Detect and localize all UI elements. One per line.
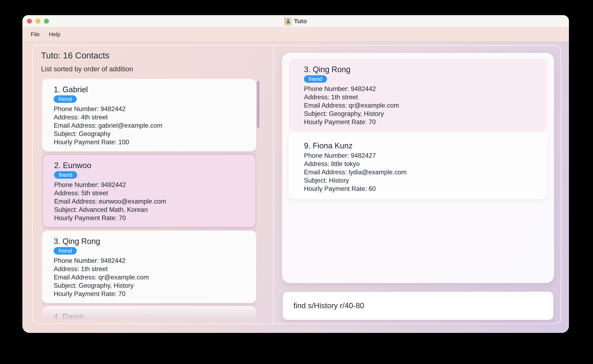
contact-email: Email Address: qr@example.com [54, 273, 244, 281]
contact-card-eunwoo[interactable]: 2. Eunwoo friend Phone Number: 9482442 A… [42, 154, 256, 228]
contact-name: 3. Qing Rong [54, 237, 244, 246]
contact-address: Address: 1th street [54, 265, 244, 273]
tag-friend: friend [54, 247, 77, 254]
result-card-qing-rong[interactable]: 3. Qing Rong friend Phone Number: 948244… [289, 59, 547, 131]
contact-name: 9. Fiona Kunz [304, 141, 532, 150]
contact-address: Address: 4th street [54, 113, 244, 122]
tag-friend: friend [54, 95, 77, 103]
contact-subject: Subject: History [304, 176, 532, 185]
contact-name: 1. Gabriel [54, 85, 244, 94]
contact-list: 1. Gabriel friend Phone Number: 9482442 … [42, 79, 256, 319]
result-panel: 3. Qing Rong friend Phone Number: 948244… [282, 53, 554, 283]
contact-card-qing-rong[interactable]: 3. Qing Rong friend Phone Number: 948244… [42, 230, 256, 303]
contact-phone: Phone Number: 9482442 [304, 85, 532, 93]
contact-subject: Subject: Geography, History [304, 110, 532, 118]
window-title-group: Tuto [22, 15, 569, 27]
contact-rate: Hourly Payment Rate: 70 [304, 118, 532, 126]
contact-rate: Hourly Payment Rate: 70 [54, 290, 244, 298]
contact-email: Email Address: qr@example.com [304, 101, 532, 110]
page-title: Tuto: 16 Contacts [41, 51, 110, 60]
contact-rate: Hourly Payment Rate: 70 [54, 214, 244, 222]
contact-email: Email Address: lydia@example.com [304, 168, 532, 176]
contact-phone: Phone Number: 9482442 [54, 105, 244, 113]
contact-email: Email Address: gabriel@example.com [54, 122, 244, 130]
contact-card-daren[interactable]: 4. Daren [42, 306, 256, 319]
page-subtitle: List sorted by order of addition [41, 65, 133, 73]
command-input[interactable] [283, 292, 554, 320]
scrollbar-thumb[interactable] [257, 81, 259, 128]
contact-name: 3. Qing Rong [304, 65, 532, 74]
contact-phone: Phone Number: 9482427 [304, 151, 532, 160]
contact-address: Address: 1th street [304, 93, 532, 101]
window-title: Tuto [294, 18, 307, 25]
command-input-box [282, 291, 554, 320]
contact-rate: Hourly Payment Rate: 100 [54, 138, 244, 146]
contact-subject: Subject: Advanced Math, Korean [54, 206, 244, 214]
contact-subject: Subject: Geography, History [54, 281, 244, 290]
contact-phone: Phone Number: 9482442 [54, 181, 244, 189]
contact-email: Email Address: eunwoo@example.com [54, 197, 244, 206]
result-card-fiona-kunz[interactable]: 9. Fiona Kunz Phone Number: 9482427 Addr… [289, 133, 547, 199]
menu-item-file[interactable]: File [31, 31, 40, 38]
tag-friend: friend [54, 171, 77, 179]
contact-address: Address: 5th street [54, 189, 244, 197]
contact-card-gabriel[interactable]: 1. Gabriel friend Phone Number: 9482442 … [42, 79, 256, 151]
contact-address: Address: little tokyo [304, 160, 532, 168]
contact-name: 2. Eunwoo [54, 161, 244, 170]
contact-name: 4. Daren [54, 312, 244, 319]
titlebar[interactable]: Tuto [22, 15, 569, 27]
panel-divider [273, 46, 274, 323]
desktop-background: Tuto File Help Tuto: 16 Contacts List so… [0, 0, 593, 364]
menubar: File Help [22, 28, 569, 42]
menu-item-help[interactable]: Help [49, 31, 60, 38]
contact-phone: Phone Number: 9482442 [54, 257, 244, 265]
app-window: Tuto File Help Tuto: 16 Contacts List so… [22, 15, 569, 333]
contact-subject: Subject: Geography [54, 130, 244, 138]
address-book-icon [285, 17, 291, 25]
contact-rate: Hourly Payment Rate: 60 [304, 185, 532, 193]
tag-friend: friend [304, 75, 327, 83]
main-content: Tuto: 16 Contacts List sorted by order o… [22, 42, 569, 333]
